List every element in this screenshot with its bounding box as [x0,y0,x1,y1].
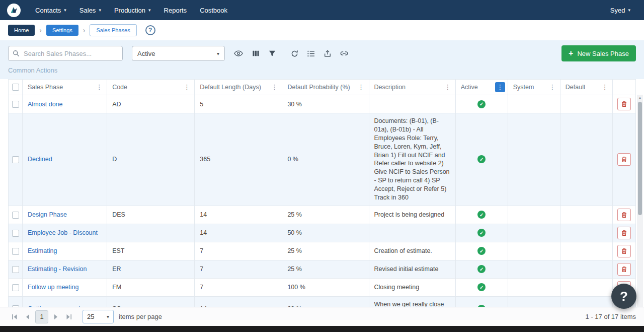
vertical-scrollbar[interactable]: ▲ [637,95,643,307]
breadcrumb-home[interactable]: Home [8,25,35,36]
active-check-icon: ✓ [477,229,486,237]
delete-row-button[interactable] [617,153,631,166]
status-filter-select[interactable]: Active ▾ [132,46,225,61]
app-logo[interactable] [7,4,21,17]
nav-item-costbook[interactable]: Costbook [193,0,234,20]
column-header-default-probability[interactable]: Default Probability (%)⋮ [282,80,369,95]
sales-phase-link[interactable]: Design Phase [28,211,67,218]
pager: 1 25 ▾ items per page 1 - 17 of 17 items [0,307,644,326]
row-checkbox[interactable] [12,248,19,255]
nav-item-contacts[interactable]: Contacts ▾ [29,0,73,20]
columns-icon[interactable] [252,50,260,57]
last-page-button[interactable] [62,310,75,323]
sales-phase-link[interactable]: Employee Job - Discount [28,229,98,236]
scrollbar-up-icon[interactable]: ▲ [637,95,643,100]
row-checkbox[interactable] [12,101,19,108]
breadcrumb-sales-phases[interactable]: Sales Phases [90,24,136,36]
first-page-button[interactable] [8,310,21,323]
list-view-icon[interactable] [307,50,315,57]
column-menu-icon[interactable]: ⋮ [269,82,279,92]
column-menu-icon[interactable]: ⋮ [182,82,192,92]
sales-phases-grid: Sales Phase⋮Code⋮Default Length (Days)⋮D… [0,79,644,307]
caret-down-icon: ▾ [217,51,219,56]
column-header-default-length[interactable]: Default Length (Days)⋮ [195,80,282,95]
description-cell: Closing meeting [369,278,455,296]
new-sales-phase-button[interactable]: + New Sales Phase [561,45,636,61]
column-header-sales-phase[interactable]: Sales Phase⋮ [23,80,107,95]
delete-row-button[interactable] [617,245,631,257]
column-menu-icon[interactable]: ⋮ [547,82,557,92]
export-icon[interactable] [324,50,331,57]
active-check-icon: ✓ [477,283,486,291]
scrollbar-thumb[interactable] [638,102,642,215]
sales-phase-link[interactable]: Follow up meeting [28,284,78,291]
row-select-cell [9,224,23,242]
row-checkbox[interactable] [12,266,19,273]
column-menu-icon[interactable]: ⋮ [600,82,610,92]
column-menu-icon[interactable]: ⋮ [495,82,505,92]
column-menu-icon[interactable]: ⋮ [356,82,366,92]
sales-phase-link[interactable]: Almost done [28,101,62,108]
user-menu[interactable]: Syed ▾ [604,0,637,20]
active-cell: ✓ [455,95,508,113]
description-cell: Creation of estimate. [369,242,455,260]
nav-item-production[interactable]: Production ▾ [108,0,157,20]
sales-phase-link[interactable]: Estimating [28,247,57,254]
system-cell [508,224,560,242]
search-input[interactable] [8,46,123,61]
sales-phase-link[interactable]: Declined [28,156,52,163]
breadcrumb-settings[interactable]: Settings [46,25,78,36]
active-check-icon: ✓ [477,265,486,273]
action-icon-group [291,50,348,57]
table-header-row: Sales Phase⋮Code⋮Default Length (Days)⋮D… [9,80,636,95]
select-all-checkbox[interactable] [12,84,19,91]
row-actions-cell [612,113,635,206]
active-cell: ✓ [455,224,508,242]
column-header-system[interactable]: System⋮ [508,80,560,95]
column-header-default[interactable]: Default⋮ [560,80,612,95]
sales-phase-link[interactable]: Estimating - Revision [28,265,87,273]
user-name: Syed [610,7,625,14]
next-page-button[interactable] [49,310,62,323]
default-cell [560,224,612,242]
nav-item-label: Sales [79,7,96,14]
delete-row-button[interactable] [617,98,631,110]
nav-item-sales[interactable]: Sales ▾ [73,0,108,20]
link-icon[interactable] [340,50,348,57]
column-header-description[interactable]: Description⋮ [369,80,455,95]
delete-row-button[interactable] [617,209,631,221]
column-header-label: Description [374,84,406,91]
code-cell: SC [107,296,195,307]
nav-item-label: Production [114,7,145,14]
default-cell [560,95,612,113]
default-probability-cell: 50 % [282,224,369,242]
view-icon-group [234,50,276,57]
page-size-select[interactable]: 25 ▾ [83,310,114,323]
refresh-icon[interactable] [291,50,298,57]
visibility-icon[interactable] [234,50,243,57]
floating-help-button[interactable]: ? [611,284,636,309]
row-checkbox[interactable] [12,212,19,219]
common-actions-link[interactable]: Common Actions [8,67,636,77]
sales-phase-link[interactable]: Getting soooooo close [28,305,90,307]
active-cell: ✓ [455,296,508,307]
page-number-current[interactable]: 1 [35,310,48,323]
filter-icon[interactable] [269,50,276,57]
column-header-active[interactable]: Active⋮ [455,80,508,95]
row-checkbox[interactable] [12,156,19,163]
default-probability-cell: 100 % [282,278,369,296]
default-cell [560,260,612,278]
column-menu-icon[interactable]: ⋮ [94,82,104,92]
column-header-code[interactable]: Code⋮ [107,80,195,95]
row-actions-cell [612,242,635,260]
delete-row-button[interactable] [617,263,631,276]
nav-item-reports[interactable]: Reports [157,0,194,20]
row-checkbox[interactable] [12,230,19,237]
page-help-icon[interactable]: ? [145,25,155,35]
column-menu-icon[interactable]: ⋮ [443,82,453,92]
row-checkbox[interactable] [12,305,19,307]
sales-phase-cell: Getting soooooo close [23,296,107,307]
row-checkbox[interactable] [12,284,19,291]
delete-row-button[interactable] [617,227,631,239]
previous-page-button[interactable] [21,310,34,323]
